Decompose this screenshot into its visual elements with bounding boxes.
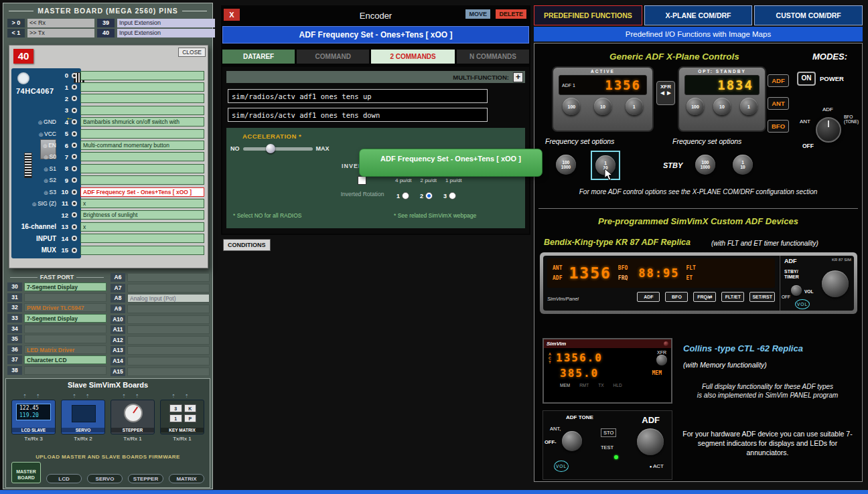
analog-pin-row[interactable]: A15 (111, 366, 210, 377)
pin-assignment[interactable]: 7-Segment Display (24, 314, 106, 323)
fast-port-row[interactable]: 38 (7, 365, 106, 376)
fast-port-row[interactable]: 35 (7, 334, 106, 345)
tab-predefined-functions[interactable]: PREDEFINED FUNCTIONS (534, 5, 642, 25)
analog-pin-row[interactable]: A12 (111, 335, 210, 346)
pin-0-label[interactable]: << Rx (27, 19, 94, 27)
kr87-frequency-knob[interactable] (822, 270, 849, 297)
mux-pin-assignment[interactable] (80, 246, 204, 255)
analog-pin-row[interactable]: A8Analog Input (Pot) (111, 293, 210, 304)
kr87-bfo-button[interactable]: BFO (665, 292, 688, 302)
pin-1-label[interactable]: >> Tx (27, 29, 94, 37)
inverted-rotation-checkbox[interactable] (358, 176, 366, 185)
fast-port-row[interactable]: 36LED Matrix Driver (7, 345, 106, 355)
ones-knob[interactable]: 1 (740, 98, 757, 115)
pin-39-label[interactable]: Input Extension (117, 19, 215, 27)
mux-row-13[interactable]: 16-channel13x (11, 221, 204, 232)
pin-assignment[interactable] (127, 367, 210, 376)
slave-board-matrix[interactable]: 3 K 1 P KEY MATRIX Tx/Rx 1 (160, 394, 204, 442)
kr87-set-rst-button[interactable]: SET/RST (749, 292, 775, 302)
pin-assignment[interactable] (127, 336, 210, 345)
fast-port-row[interactable]: 34 (7, 323, 106, 334)
stby-hundreds-thousands-knob[interactable]: 100 1000 (695, 155, 715, 175)
upload-lcd-button[interactable]: LCD (46, 474, 82, 483)
mux-row-2[interactable]: 2 (11, 93, 204, 104)
analog-pin-row[interactable]: A14 (111, 356, 210, 367)
ant-mode-button[interactable]: ANT (768, 97, 789, 110)
mode-knob[interactable] (562, 431, 582, 451)
kr87-adf-button[interactable]: ADF (637, 292, 660, 302)
mux-pin-assignment[interactable]: ADF Frequency Set - Ones+Tens [ xOO ] (80, 187, 204, 197)
conditions-button[interactable]: CONDITIONS (223, 239, 271, 251)
slave-board-lcd[interactable]: 122.45 119.20 LCD SLAVE Tx/Rx 3 (11, 394, 56, 442)
tab-custom-com-drf[interactable]: CUSTOM COM/DRF (754, 5, 863, 25)
slave-board-servo[interactable]: SERVO Tx/Rx 2 (61, 394, 105, 442)
pin-assignment[interactable] (127, 305, 210, 313)
acceleration-slider-thumb[interactable] (266, 144, 275, 153)
stby-timer-knob[interactable] (791, 285, 802, 296)
close-button[interactable]: X (224, 9, 240, 21)
upload-stepper-button[interactable]: STEPPER (128, 474, 163, 483)
fast-port-row[interactable]: 37Character LCD (7, 355, 106, 365)
tab-2-commands[interactable]: 2 COMMANDS (371, 50, 454, 64)
adf-active-unit[interactable]: ACTIVE ADF 1 1356 100 10 1 (552, 66, 654, 132)
tab-xplane-com-drf[interactable]: X-PLANE COM/DRF (644, 5, 753, 25)
adf-mode-button[interactable]: ADF (768, 74, 789, 87)
upload-servo-button[interactable]: SERVO (87, 474, 123, 483)
mux-row-11[interactable]: SIG (Z)11x (11, 197, 204, 209)
pin-assignment[interactable] (127, 273, 210, 282)
mode-selector-knob[interactable] (816, 117, 841, 143)
analog-pin-row[interactable]: A13 (111, 345, 210, 356)
upload-master-board-button[interactable]: MASTER BOARD (11, 462, 41, 483)
mux-pin-assignment[interactable]: Brightness of sunlight (80, 210, 204, 220)
pin-assignment[interactable] (24, 335, 106, 343)
mux-pin-assignment[interactable] (80, 106, 204, 115)
kr87-radio-image[interactable]: ANT ADF 1356 BFO FRQ 88:95 FLT ET (540, 252, 857, 314)
mux-row-8[interactable]: S18 (11, 163, 204, 174)
pin-assignment[interactable]: Character LCD (24, 355, 106, 364)
analog-pin-row[interactable]: A11 (111, 325, 210, 335)
fast-port-row[interactable]: 337-Segment Display (7, 313, 106, 324)
acceleration-slider[interactable] (243, 147, 313, 151)
ctl62-display-image[interactable]: SimVim ACT 1356.0 XFR 385.0 MEM MEM RMT … (542, 338, 672, 404)
mux-row-4[interactable]: GND4Bambarbis shmurick on/off switch wit… (11, 116, 204, 128)
command-down-field[interactable] (228, 108, 488, 122)
mux-pin-assignment[interactable]: x (80, 222, 204, 232)
ones-knob[interactable]: 1 (626, 98, 643, 115)
act-frequency-knob[interactable] (637, 428, 664, 455)
stby-ones-tens-knob[interactable]: 1 10 (733, 155, 753, 175)
hundreds-knob[interactable]: 100 (563, 98, 580, 115)
mux-row-6[interactable]: EN6Multi-command momentary button (11, 139, 204, 151)
fast-port-row[interactable]: 32PWM Driver TLC5947 (7, 303, 106, 313)
pin-assignment[interactable]: Analog Input (Pot) (127, 294, 210, 303)
fast-port-row[interactable]: 31 (7, 293, 106, 303)
mux-pin-assignment[interactable] (80, 94, 204, 103)
mux-pin-assignment[interactable] (80, 71, 204, 80)
mux-row-1[interactable]: 1 (11, 81, 204, 92)
analog-pin-row[interactable]: A10 (111, 314, 210, 325)
kr87-frq-button[interactable]: FRQ/⇄ (693, 292, 716, 302)
mux-close-button[interactable]: CLOSE (178, 48, 206, 57)
webpage-note[interactable]: * See related SimVimX webpage (394, 212, 476, 219)
upload-matrix-button[interactable]: MATRIX (169, 474, 204, 483)
pin-40-label[interactable]: Input Extension (117, 29, 215, 37)
mux-row-7[interactable]: S07 (11, 151, 204, 163)
hundreds-thousands-knob[interactable]: 100 1000 (556, 155, 576, 175)
mux-row-3[interactable]: 3 (11, 104, 204, 116)
tab-n-commands[interactable]: N COMMANDS (457, 50, 529, 64)
pin-assignment[interactable] (127, 315, 210, 324)
mux-row-10-selected[interactable]: S310ADF Frequency Set - Ones+Tens [ xOO … (11, 186, 204, 197)
command-up-field[interactable] (228, 89, 488, 103)
mux-row-12[interactable]: 12Brightness of sunlight (11, 210, 204, 221)
pin-assignment[interactable] (127, 346, 210, 355)
mux-pin-assignment[interactable]: Multi-command momentary button (80, 141, 204, 150)
mux-pin-assignment[interactable] (80, 82, 204, 92)
mux-pin-assignment[interactable] (80, 152, 204, 161)
mux-row-0[interactable]: 0 (11, 70, 204, 81)
bfo-mode-button[interactable]: BFO (768, 120, 789, 133)
slave-board-stepper[interactable]: STEPPER Tx/Rx 1 (111, 394, 155, 442)
mux-pin-assignment[interactable] (80, 175, 204, 185)
pin-assignment[interactable]: LED Matrix Driver (24, 345, 106, 354)
analog-pin-row[interactable]: A9 (111, 304, 210, 315)
ctl62-knob-panel-image[interactable]: ADF TONE ANT, OFF- STO TEST ADF ACT VOL (542, 410, 672, 480)
fast-port-row[interactable]: 307-Segment Display (7, 282, 106, 293)
